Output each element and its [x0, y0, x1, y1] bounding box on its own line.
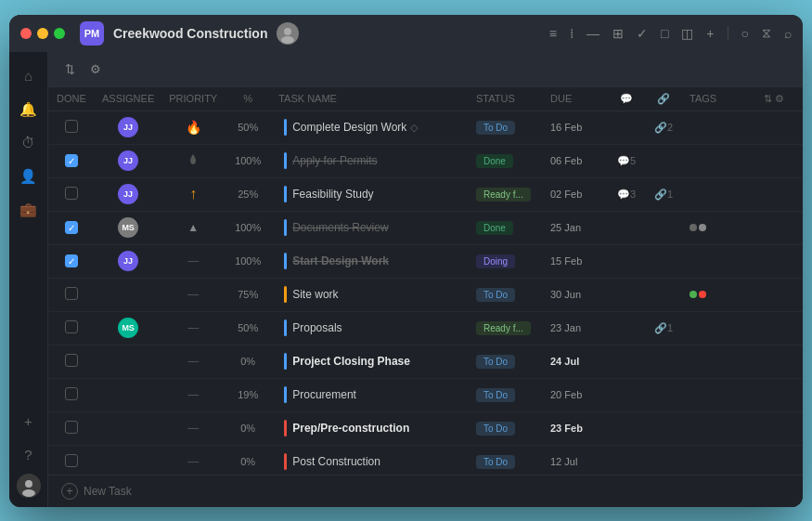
task-name-text: Complete Design Work	[292, 121, 406, 134]
table-row[interactable]: —0%Prep/Pre-constructionTo Do23 Feb	[48, 411, 803, 445]
sidebar-item-add[interactable]: +	[14, 407, 44, 436]
box-view-icon[interactable]: □	[661, 26, 668, 41]
task-status-cell[interactable]: To Do	[469, 445, 543, 475]
grid-view-icon[interactable]: —	[586, 26, 599, 41]
sidebar-item-users[interactable]: 👤	[14, 162, 44, 191]
task-checkbox[interactable]: ✓	[65, 221, 78, 234]
task-pct-value: 0%	[240, 456, 255, 467]
svg-point-0	[284, 28, 291, 35]
task-name-cell[interactable]: Prep/Pre-construction	[271, 411, 469, 445]
status-badge: To Do	[476, 388, 515, 402]
minimize-button[interactable]	[37, 28, 48, 39]
task-done-cell[interactable]	[48, 445, 95, 475]
task-actions-cell	[756, 211, 803, 244]
table-view-icon[interactable]: ⊞	[612, 26, 624, 41]
task-done-cell[interactable]: ✓	[48, 144, 95, 177]
task-assignee-cell: MS	[95, 311, 161, 345]
task-status-cell[interactable]: To Do	[469, 411, 543, 445]
col-header-due: DUE	[543, 87, 608, 111]
task-checkbox[interactable]	[65, 454, 78, 467]
table-row[interactable]: —19%ProcurementTo Do20 Feb	[48, 378, 803, 411]
task-checkbox[interactable]	[65, 187, 78, 200]
new-task-row[interactable]: + New Task	[48, 475, 803, 507]
table-row[interactable]: ✓JJ—100%Start Design WorkDoing15 Feb	[48, 244, 803, 278]
maximize-button[interactable]	[54, 28, 65, 39]
task-status-cell[interactable]: To Do	[469, 111, 543, 144]
sidebar-item-avatar[interactable]	[17, 474, 41, 498]
sidebar-item-help[interactable]: ?	[14, 440, 44, 470]
task-checkbox[interactable]	[65, 120, 78, 133]
sidebar-item-clock[interactable]: ⏱	[14, 128, 44, 158]
table-row[interactable]: JJ🔥50%Complete Design Work◇To Do16 Feb🔗2	[48, 111, 803, 144]
table-row[interactable]: ✓MS▲100%Documents ReviewDone25 Jan	[48, 211, 803, 244]
settings-icon[interactable]: ⚙	[86, 59, 105, 80]
eye-icon[interactable]: ○	[741, 26, 749, 41]
task-pct-cell: 0%	[225, 345, 271, 378]
task-links-cell	[645, 445, 682, 475]
task-status-cell[interactable]: Done	[469, 211, 543, 244]
task-done-cell[interactable]	[48, 111, 95, 144]
sidebar-item-home[interactable]: ⌂	[14, 61, 44, 91]
task-done-cell[interactable]	[48, 177, 95, 211]
task-status-cell[interactable]: Ready f...	[469, 311, 543, 345]
due-date-value: 30 Jun	[550, 289, 581, 300]
bar-view-icon[interactable]: ⁞	[570, 26, 574, 41]
task-name-cell[interactable]: Feasibility Study	[271, 177, 469, 211]
check-view-icon[interactable]: ✓	[637, 26, 648, 41]
task-checkbox[interactable]	[65, 387, 78, 400]
table-row[interactable]: ✓JJ100%Apply for PermitsDone06 Feb💬5	[48, 144, 803, 177]
task-name-cell[interactable]: Procurement	[271, 378, 469, 411]
task-checkbox[interactable]: ✓	[65, 254, 78, 267]
task-checkbox[interactable]: ✓	[65, 154, 78, 167]
tag-dot-gray2	[699, 224, 706, 231]
title-bar-icons: ≡ ⁞ — ⊞ ✓ □ ◫ + ○ ⧖ ⌕	[549, 25, 792, 41]
task-done-cell[interactable]: ✓	[48, 211, 95, 244]
task-checkbox[interactable]	[65, 354, 78, 367]
filter-icon[interactable]: ⧖	[762, 25, 771, 41]
add-icon[interactable]: +	[706, 26, 714, 41]
task-name-cell[interactable]: Site work	[271, 278, 469, 311]
task-name-cell[interactable]: Documents Review	[271, 211, 469, 244]
table-row[interactable]: JJ↑25%Feasibility StudyReady f...02 Feb💬…	[48, 177, 803, 211]
search-icon[interactable]: ⌕	[784, 26, 792, 41]
task-status-cell[interactable]: Doing	[469, 244, 543, 278]
table-row[interactable]: —0%Project Closing PhaseTo Do24 Jul	[48, 345, 803, 378]
row-color-bar	[284, 319, 287, 336]
task-checkbox[interactable]	[65, 320, 78, 333]
table-row[interactable]: —75%Site workTo Do30 Jun	[48, 278, 803, 311]
table-row[interactable]: —0%Post ConstructionTo Do12 Jul	[48, 445, 803, 475]
task-status-cell[interactable]: Ready f...	[469, 177, 543, 211]
workspace-avatar[interactable]	[277, 22, 299, 45]
task-done-cell[interactable]	[48, 378, 95, 411]
row-color-bar	[284, 186, 287, 202]
task-status-cell[interactable]: To Do	[469, 278, 543, 311]
sidebar-item-notification[interactable]: 🔔	[14, 95, 44, 124]
comment-count: 💬3	[617, 189, 636, 200]
task-done-cell[interactable]	[48, 345, 95, 378]
status-badge: To Do	[476, 121, 515, 135]
file-icon[interactable]: ◫	[681, 26, 693, 41]
task-name-cell[interactable]: Start Design Work	[271, 244, 469, 278]
row-color-bar	[284, 286, 287, 303]
task-name-cell[interactable]: Complete Design Work◇	[271, 111, 469, 144]
task-assignee-cell: MS	[95, 211, 161, 244]
task-done-cell[interactable]	[48, 278, 95, 311]
close-button[interactable]	[20, 28, 32, 39]
task-name-cell[interactable]: Apply for Permits	[271, 144, 469, 177]
row-color-bar	[284, 386, 287, 403]
sort-icon[interactable]: ⇅	[61, 59, 79, 80]
task-name-cell[interactable]: Project Closing Phase	[271, 345, 469, 378]
task-checkbox[interactable]	[65, 287, 78, 300]
task-done-cell[interactable]: ✓	[48, 244, 95, 278]
task-checkbox[interactable]	[65, 421, 78, 434]
task-status-cell[interactable]: Done	[469, 144, 543, 177]
task-name-cell[interactable]: Post Construction	[271, 445, 469, 475]
task-done-cell[interactable]	[48, 311, 95, 345]
task-name-cell[interactable]: Proposals	[271, 311, 469, 345]
task-done-cell[interactable]	[48, 411, 95, 445]
sidebar-item-briefcase[interactable]: 💼	[14, 195, 44, 225]
task-status-cell[interactable]: To Do	[469, 345, 543, 378]
task-status-cell[interactable]: To Do	[469, 378, 543, 411]
list-view-icon[interactable]: ≡	[549, 26, 557, 41]
table-row[interactable]: MS—50%ProposalsReady f...23 Jan🔗1	[48, 311, 803, 345]
